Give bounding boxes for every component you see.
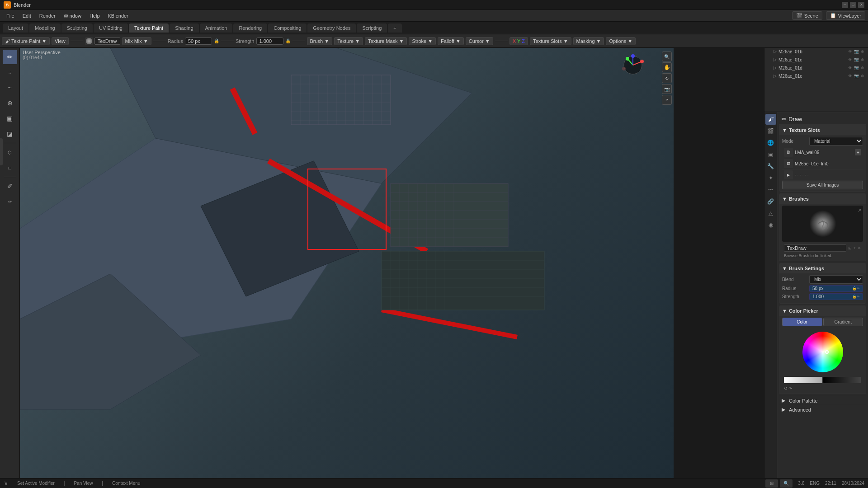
collection-item-2[interactable]: ▷ M26ae_01c 👁 📷 ⊕ [764,56,868,64]
collection-item-3[interactable]: ▷ M26ae_01d 👁 📷 ⊕ [764,64,868,72]
item-cam-2[interactable]: 📷 [854,57,859,62]
prop-icon-physics[interactable]: 〜 [765,184,776,195]
color-bar-white[interactable] [784,377,822,383]
color-picker-header[interactable]: ▼ Color Picker [779,306,866,316]
tab-uv-editing[interactable]: UV Editing [94,23,128,33]
prop-icon-brush[interactable]: 🖌 [765,114,776,125]
blend-select[interactable]: Mix [809,275,863,284]
close-button[interactable]: ✕ [858,2,864,8]
strength-prop-value[interactable]: 1.000 🔒✏ [809,293,863,300]
mode-dropdown[interactable]: 🖌 Texture Paint ▼ [2,37,50,45]
collection-item-4[interactable]: ▷ M26ae_01e 👁 📷 ⊕ [764,72,868,80]
texture-slots-btn[interactable]: Texture Slots▼ [530,37,571,45]
tab-add[interactable]: + [388,23,401,33]
item-eye-1[interactable]: 👁 [848,49,852,54]
tool-fill[interactable]: ▣ [3,111,17,126]
menu-help[interactable]: Help [86,12,104,19]
tab-modeling[interactable]: Modeling [29,23,61,33]
masking-btn[interactable]: Masking▼ [573,37,604,45]
radius-lock[interactable]: 🔒 [214,38,219,43]
prop-icon-constraints[interactable]: 🔗 [765,196,776,207]
prop-icon-world[interactable]: 🌐 [765,137,776,148]
radius-input[interactable] [185,38,212,45]
blend-dropdown[interactable]: Mix Mix ▼ [122,37,151,45]
camera-button[interactable]: 📷 [662,84,672,94]
menu-edit[interactable]: Edit [19,12,35,19]
prop-icon-data[interactable]: △ [765,208,776,219]
save-all-images-button[interactable]: Save All Images [782,181,863,189]
view-button[interactable]: View [52,37,69,45]
brushes-expand[interactable]: ↗ [858,207,861,213]
tab-rendering[interactable]: Rendering [233,23,267,33]
minimize-button[interactable]: ─ [842,2,848,8]
tab-color[interactable]: Color [782,318,822,326]
tab-scripting[interactable]: Scripting [357,23,387,33]
texture-dropdown[interactable]: Texture▼ [334,37,363,45]
zoom-button[interactable]: 🔍 [662,52,672,61]
tool-annotate2[interactable]: ✑ [3,194,17,209]
prop-icon-modifier[interactable]: 🔧 [765,161,776,172]
strength-input[interactable] [256,38,283,45]
taskbar-windows[interactable]: ⊞ [765,479,778,488]
menu-window[interactable]: Window [60,12,85,19]
color-reset[interactable]: ↺ [784,386,788,391]
pan-button[interactable]: ✋ [662,62,672,72]
item-cam-1[interactable]: 📷 [854,49,859,54]
slot-add-1[interactable]: + [855,149,861,155]
color-wheel[interactable] [802,332,843,372]
tab-sculpting[interactable]: Sculpting [61,23,93,33]
item-cam-4[interactable]: 📷 [854,74,859,78]
color-bar-black[interactable] [823,377,862,383]
brush-settings-header[interactable]: ▼ Brush Settings [779,263,866,273]
strength-lock[interactable]: 🔒 [285,38,291,43]
tool-smear[interactable]: ~ [3,80,17,95]
falloff-dropdown[interactable]: Falloff▼ [438,37,464,45]
tab-compositing[interactable]: Compositing [268,23,307,33]
cursor-dropdown[interactable]: Cursor▼ [466,37,493,45]
tab-animation[interactable]: Animation [200,23,233,33]
tool-annotate[interactable]: ✐ [3,179,17,193]
perspective-button[interactable]: P [662,95,672,105]
color-palette-section[interactable]: ▶ Color Palette [779,396,866,405]
collection-item-1[interactable]: ▷ M26ae_01b 👁 📷 ⊕ [764,47,868,56]
stroke-dropdown[interactable]: Stroke▼ [409,37,436,45]
item-cam-3[interactable]: 📷 [854,66,859,70]
texture-mask-dropdown[interactable]: Texture Mask▼ [365,37,407,45]
color-copy[interactable]: ↷ [788,386,792,391]
radius-prop-value[interactable]: 50 px 🔒✏ [809,285,863,292]
prop-icon-scene[interactable]: 🎬 [765,126,776,136]
advanced-section[interactable]: ▶ Advanced [779,405,866,414]
slot-row-1[interactable]: 🖼 LMA_wall09 + [782,147,863,158]
tool-soften[interactable]: ≈ [3,65,17,80]
main-viewport[interactable]: User Perspective (0) 01e48 🔍 [20,48,674,478]
tool-draw[interactable]: ✏ [3,50,17,64]
slot-row-2[interactable]: 🖼 M26ae_01e_lm0 [782,158,863,169]
orbit-button[interactable]: ↻ [662,73,672,83]
tab-texture-paint[interactable]: Texture Paint [129,23,169,33]
menu-kblender[interactable]: KBlender [104,12,132,19]
color-wheel-container[interactable] [782,328,863,376]
tab-geometry-nodes[interactable]: Geometry Nodes [307,23,356,33]
tab-layout[interactable]: Layout [3,23,28,33]
delete-icon[interactable]: ✕ [858,246,861,250]
taskbar-search[interactable]: 🔍 [780,479,793,488]
item-eye-2[interactable]: 👁 [848,57,852,62]
brushes-section-header[interactable]: ▼ Brushes [779,194,866,204]
color-wheel-wrapper[interactable] [802,332,843,372]
prop-icon-material[interactable]: ◉ [765,220,776,230]
brush-dropdown[interactable]: Brush▼ [307,37,333,45]
tab-shading[interactable]: Shading [170,23,198,33]
menu-render[interactable]: Render [36,12,59,19]
tool-clone[interactable]: ⊕ [3,96,17,110]
panel-toggle[interactable] [0,138,3,165]
maximize-button[interactable]: □ [850,2,856,8]
new-icon[interactable]: + [854,246,856,250]
mode-select[interactable]: Material [809,137,863,145]
tool-mask[interactable]: ◪ [3,127,17,141]
item-eye-4[interactable]: 👁 [848,74,852,78]
prop-icon-object[interactable]: ▣ [765,149,776,160]
item-eye-3[interactable]: 👁 [848,66,852,70]
texture-slots-header[interactable]: ▼ Texture Slots [779,125,866,135]
tab-gradient[interactable]: Gradient [823,318,863,326]
options-btn[interactable]: Options▼ [606,37,636,45]
